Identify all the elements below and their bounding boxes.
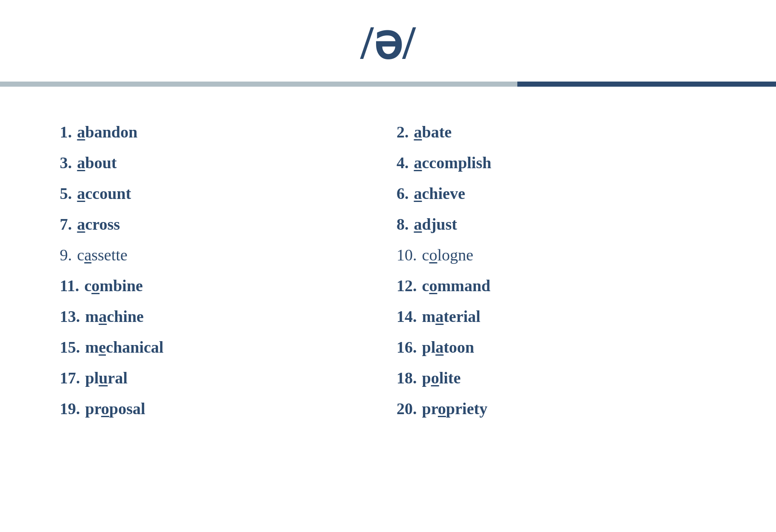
word-number: 12. bbox=[397, 276, 417, 295]
word-text: adjust bbox=[414, 215, 457, 234]
word-number: 15. bbox=[60, 338, 80, 357]
highlighted-letter: a bbox=[414, 215, 422, 233]
page-container: /ə/ 1.abandon2.abate3.about4.accomplish5… bbox=[0, 0, 776, 532]
highlighted-letter: a bbox=[414, 123, 422, 141]
list-item: 18.polite bbox=[388, 362, 725, 393]
word-number: 9. bbox=[60, 246, 72, 264]
list-item: 7.across bbox=[51, 209, 388, 240]
word-text: achieve bbox=[414, 184, 465, 203]
header-section: /ə/ bbox=[0, 0, 776, 108]
word-number: 2. bbox=[397, 123, 409, 141]
word-number: 11. bbox=[60, 276, 79, 295]
highlighted-letter: o bbox=[101, 400, 109, 418]
word-text: proposal bbox=[85, 399, 146, 418]
list-item: 3.about bbox=[51, 147, 388, 178]
highlighted-letter: a bbox=[77, 154, 85, 172]
list-item: 12.command bbox=[388, 270, 725, 301]
highlighted-letter: e bbox=[99, 338, 106, 356]
list-item: 6.achieve bbox=[388, 178, 725, 209]
list-item: 5.account bbox=[51, 178, 388, 209]
highlighted-letter: a bbox=[435, 307, 443, 325]
word-text: command bbox=[422, 276, 490, 295]
highlighted-letter: a bbox=[77, 184, 85, 202]
word-text: accomplish bbox=[414, 153, 492, 172]
list-item: 1.abandon bbox=[51, 117, 388, 147]
list-item: 4.accomplish bbox=[388, 147, 725, 178]
word-grid: 1.abandon2.abate3.about4.accomplish5.acc… bbox=[51, 117, 725, 424]
list-item: 17.plural bbox=[51, 362, 388, 393]
highlighted-letter: a bbox=[77, 123, 85, 141]
highlighted-letter: o bbox=[438, 400, 446, 418]
word-text: abate bbox=[414, 123, 452, 141]
word-text: about bbox=[77, 153, 117, 172]
word-text: combine bbox=[84, 276, 143, 295]
word-text: plural bbox=[85, 368, 128, 387]
highlighted-letter: a bbox=[77, 215, 85, 233]
list-item: 20.propriety bbox=[388, 393, 725, 424]
word-number: 6. bbox=[397, 184, 409, 203]
highlighted-letter: o bbox=[429, 246, 437, 264]
word-number: 18. bbox=[397, 368, 417, 387]
list-item: 16.platoon bbox=[388, 332, 725, 362]
word-text: across bbox=[77, 215, 120, 234]
word-number: 3. bbox=[60, 153, 72, 172]
highlighted-letter: o bbox=[91, 277, 99, 295]
word-text: polite bbox=[422, 368, 461, 387]
word-text: account bbox=[77, 184, 131, 203]
highlighted-letter: a bbox=[84, 246, 91, 264]
list-item: 14.material bbox=[388, 301, 725, 332]
highlighted-letter: u bbox=[99, 369, 108, 387]
word-text: cologne bbox=[422, 246, 473, 264]
list-item: 9.cassette bbox=[51, 240, 388, 270]
word-number: 7. bbox=[60, 215, 72, 234]
divider-dark bbox=[517, 82, 776, 87]
word-number: 5. bbox=[60, 184, 72, 203]
word-text: mechanical bbox=[85, 338, 164, 357]
word-text: platoon bbox=[422, 338, 475, 357]
highlighted-letter: o bbox=[431, 369, 439, 387]
word-number: 16. bbox=[397, 338, 417, 357]
word-text: machine bbox=[85, 307, 144, 326]
highlighted-letter: a bbox=[435, 338, 443, 356]
word-number: 10. bbox=[397, 246, 417, 264]
highlighted-letter: a bbox=[99, 307, 107, 325]
word-text: cassette bbox=[77, 246, 128, 264]
divider-bar bbox=[0, 82, 776, 87]
list-item: 11.combine bbox=[51, 270, 388, 301]
word-number: 1. bbox=[60, 123, 72, 141]
highlighted-letter: a bbox=[414, 184, 422, 202]
phoneme-title: /ə/ bbox=[360, 17, 415, 69]
word-text: material bbox=[422, 307, 481, 326]
word-text: abandon bbox=[77, 123, 138, 141]
word-number: 4. bbox=[397, 153, 409, 172]
word-list-section: 1.abandon2.abate3.about4.accomplish5.acc… bbox=[0, 108, 776, 450]
word-number: 20. bbox=[397, 399, 417, 418]
highlighted-letter: a bbox=[414, 154, 422, 172]
list-item: 13.machine bbox=[51, 301, 388, 332]
highlighted-letter: o bbox=[429, 277, 437, 295]
list-item: 2.abate bbox=[388, 117, 725, 147]
list-item: 10.cologne bbox=[388, 240, 725, 270]
list-item: 8.adjust bbox=[388, 209, 725, 240]
word-number: 13. bbox=[60, 307, 80, 326]
list-item: 19.proposal bbox=[51, 393, 388, 424]
word-text: propriety bbox=[422, 399, 487, 418]
word-number: 8. bbox=[397, 215, 409, 234]
word-number: 17. bbox=[60, 368, 80, 387]
word-number: 14. bbox=[397, 307, 417, 326]
divider-light bbox=[0, 82, 517, 87]
list-item: 15.mechanical bbox=[51, 332, 388, 362]
word-number: 19. bbox=[60, 399, 80, 418]
